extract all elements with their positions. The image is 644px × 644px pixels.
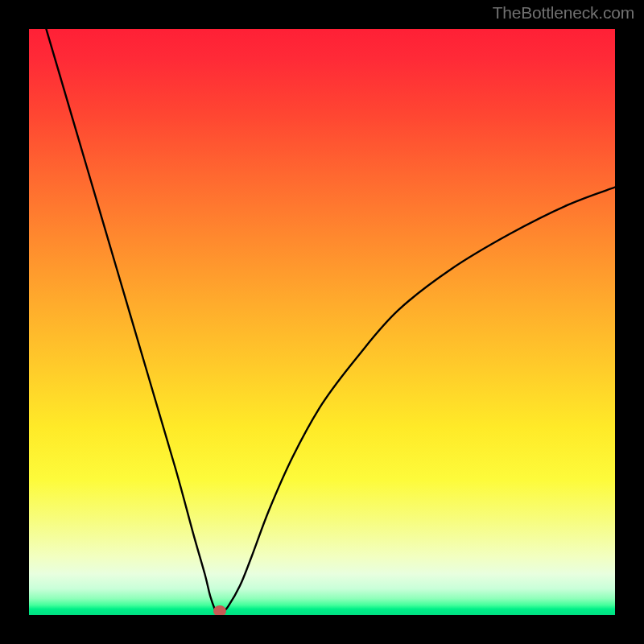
bottleneck-curve [29, 29, 615, 615]
watermark-text: TheBottleneck.com [493, 3, 634, 23]
curve-minimum-marker [213, 605, 226, 615]
chart-plot-area [29, 29, 615, 615]
